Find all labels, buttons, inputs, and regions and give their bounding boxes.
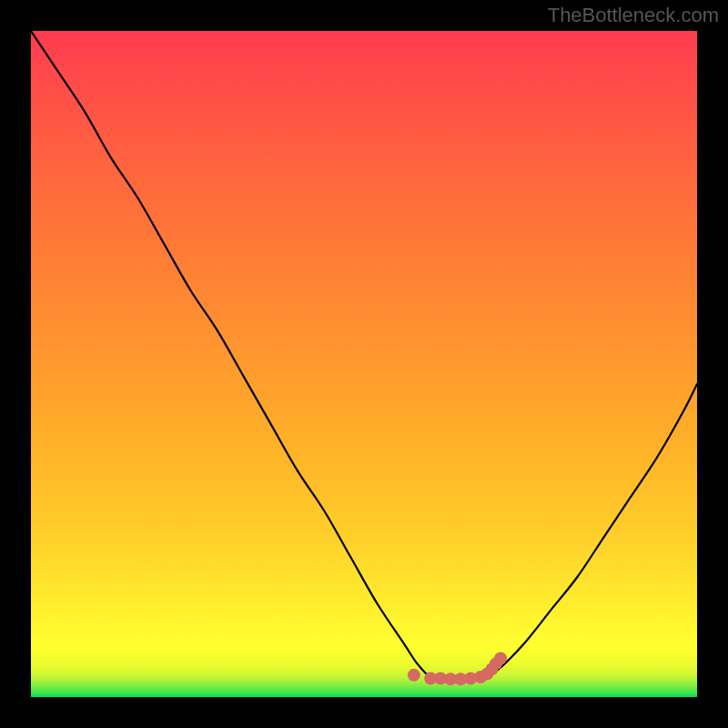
- chart-svg: [31, 31, 697, 697]
- marker-dot: [494, 652, 507, 665]
- curve-line: [31, 31, 697, 679]
- marker-dot: [408, 669, 420, 682]
- watermark-text: TheBottleneck.com: [548, 4, 719, 27]
- plot-area: [31, 31, 697, 697]
- chart-container: TheBottleneck.com: [0, 0, 728, 728]
